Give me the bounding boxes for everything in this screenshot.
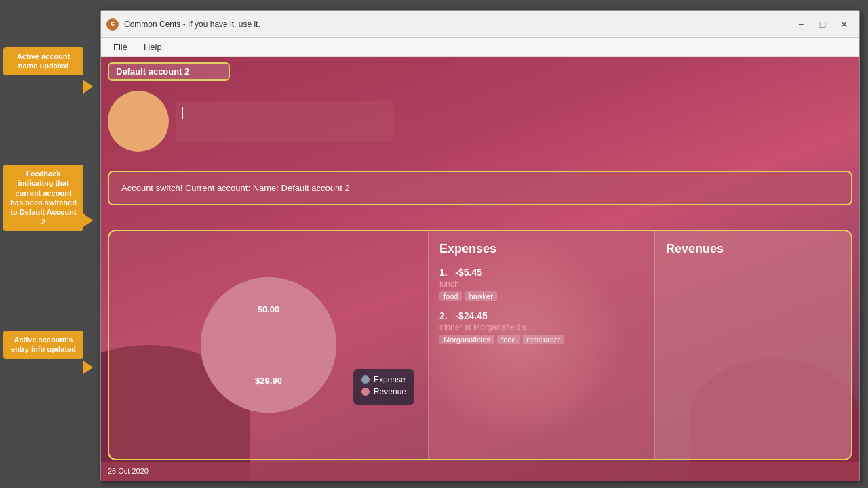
pie-expense-label: $0.00 — [258, 304, 280, 314]
expense-tags-2: Morganafields food restaurant — [439, 335, 644, 344]
annotation-feedback: Feedback indicating that current account… — [3, 165, 83, 231]
legend-expense-item: Expense — [361, 375, 406, 384]
text-cursor — [182, 107, 183, 119]
account-name-row — [108, 62, 852, 81]
menu-file[interactable]: File — [106, 41, 134, 54]
app-window: ¢ Common Cents - If you have it, use it.… — [100, 10, 860, 481]
avatar — [108, 91, 169, 152]
expense-item-1: 1. -$5.45 lunch food hawker — [439, 267, 644, 301]
pie-chart — [187, 264, 350, 426]
chart-legend: Expense Revenue — [353, 369, 414, 405]
window-controls: − □ ✕ — [791, 16, 854, 33]
revenue-dot — [361, 388, 370, 396]
revenues-title: Revenues — [666, 242, 840, 256]
pie-revenue-label: $29.90 — [255, 375, 282, 386]
tag-hawker: hawker — [465, 291, 496, 301]
expense-dot — [361, 375, 370, 384]
annotation-entry-arrow — [83, 361, 93, 374]
tag-food-2: food — [497, 335, 519, 344]
legend-revenue-item: Revenue — [361, 387, 406, 396]
name-input-area[interactable] — [176, 101, 393, 142]
bottom-panel: $0.00 $29.90 Expense Revenue — [108, 230, 852, 460]
menu-bar: File Help — [101, 38, 859, 57]
status-bar: 26 Oct 2020 — [101, 462, 859, 481]
expense-item-2: 2. -$24.45 dinner at Morganafield's Morg… — [439, 310, 644, 344]
expense-amount-1: 1. -$5.45 — [439, 267, 644, 278]
expense-tags-1: food hawker — [439, 291, 644, 301]
app-content: Account switch! Current account: Name: D… — [101, 57, 859, 481]
status-date: 26 Oct 2020 — [108, 467, 149, 475]
feedback-box: Account switch! Current account: Name: D… — [108, 171, 852, 205]
annotation-entry: Active account's entry info updated — [3, 331, 83, 359]
expenses-title: Expenses — [439, 242, 644, 256]
menu-help[interactable]: Help — [137, 41, 169, 54]
expense-legend-label: Expense — [374, 375, 406, 384]
tag-morganafields: Morganafields — [439, 335, 494, 344]
window-title: Common Cents - If you have it, use it. — [124, 20, 791, 29]
annotation-name-updated: Active account name updated — [3, 47, 83, 75]
annotation-feedback-arrow — [83, 214, 93, 227]
annotation-name-updated-arrow — [83, 80, 93, 94]
expenses-panel: Expenses 1. -$5.45 lunch food hawker — [428, 231, 654, 459]
app-icon: ¢ — [106, 18, 119, 30]
expense-amount-2: 2. -$24.45 — [439, 310, 644, 321]
revenue-legend-label: Revenue — [374, 387, 406, 396]
tag-restaurant: restaurant — [523, 335, 565, 344]
tag-food-1: food — [439, 291, 462, 301]
profile-area — [108, 91, 393, 152]
pie-chart-container: $0.00 $29.90 — [187, 264, 350, 426]
revenues-panel: Revenues — [654, 231, 851, 459]
title-bar: ¢ Common Cents - If you have it, use it.… — [101, 11, 859, 38]
input-underline — [182, 136, 386, 136]
minimize-button[interactable]: − — [791, 16, 810, 33]
close-button[interactable]: ✕ — [835, 16, 854, 33]
account-name-input[interactable] — [108, 62, 230, 81]
expense-desc-1: lunch — [439, 279, 644, 289]
expense-desc-2: dinner at Morganafield's — [439, 323, 644, 332]
maximize-button[interactable]: □ — [813, 16, 832, 33]
chart-area: $0.00 $29.90 Expense Revenue — [109, 231, 428, 459]
feedback-message: Account switch! Current account: Name: D… — [121, 183, 350, 193]
